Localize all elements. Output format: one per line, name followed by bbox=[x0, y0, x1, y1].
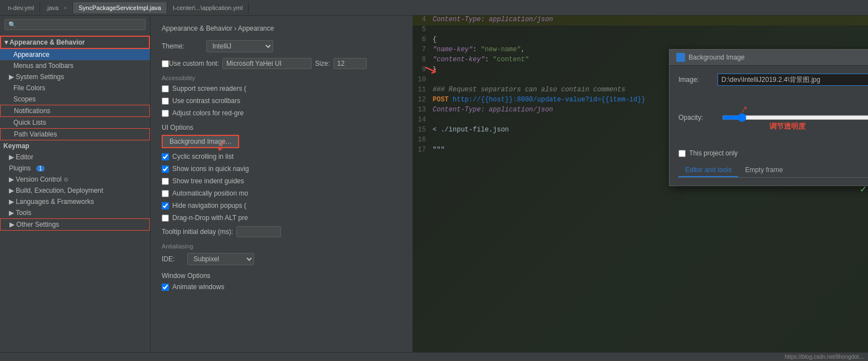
bg-dialog-body: Image: ... Opacity: ▲ ▼ bbox=[670, 66, 868, 186]
tab-dev-yml[interactable]: n-dev.yml bbox=[2, 2, 40, 13]
main-layout: ▾ Appearance & Behavior Appearance Menus… bbox=[0, 16, 868, 352]
tooltip-label: Tooltip initial delay (ms): bbox=[162, 228, 233, 236]
bg-opacity-label: Opacity: bbox=[678, 114, 717, 121]
settings-tree: ▾ Appearance & Behavior Appearance Menus… bbox=[0, 33, 150, 352]
sidebar-item-other-settings[interactable]: ▶ Other Settings bbox=[0, 218, 150, 231]
bg-image-row: Image: ... bbox=[678, 74, 868, 86]
sidebar-item-build-execution[interactable]: ▶ Build, Execution, Deployment bbox=[0, 185, 150, 196]
ui-options-title: UI Options bbox=[162, 124, 401, 131]
tab-application[interactable]: t-center\...\application.yml bbox=[167, 2, 249, 13]
contrast-scrollbars-checkbox[interactable] bbox=[162, 97, 169, 105]
expand-arrow: ▶ bbox=[9, 187, 14, 194]
settings-content: Appearance & Behavior › Appearance Theme… bbox=[151, 16, 413, 352]
sidebar-item-path-variables[interactable]: Path Variables bbox=[0, 128, 150, 140]
adjust-colors-row: Adjust colors for red-gre bbox=[162, 109, 401, 117]
sidebar-item-notifications[interactable]: Notifications bbox=[0, 105, 150, 117]
breadcrumb: Appearance & Behavior › Appearance bbox=[162, 25, 401, 32]
ide-antialiasing-row: IDE: Subpixel bbox=[162, 253, 401, 265]
expand-arrow: ▶ bbox=[9, 153, 14, 161]
tab-bar: n-dev.yml .java × SyncPackageServiceImpl… bbox=[0, 0, 868, 16]
this-project-only-label: This project only bbox=[689, 149, 738, 157]
settings-panel: ▾ Appearance & Behavior Appearance Menus… bbox=[0, 16, 151, 352]
sidebar-item-quick-lists[interactable]: Quick Lists bbox=[0, 117, 150, 128]
size-label: Size: bbox=[315, 60, 330, 67]
background-image-dialog: Background Image ✕ Image: ... Opacity: bbox=[669, 49, 868, 186]
bg-dialog-tabs: Editor and tools Empty frame bbox=[678, 164, 868, 178]
sidebar-item-scopes[interactable]: Scopes bbox=[0, 94, 150, 105]
ide-label: IDE: bbox=[162, 255, 184, 263]
this-project-only-checkbox[interactable] bbox=[678, 150, 686, 157]
bg-path-input[interactable] bbox=[717, 74, 868, 86]
theme-label: Theme: bbox=[162, 42, 206, 50]
window-options-title: Window Options bbox=[162, 272, 401, 280]
bg-tab-editor[interactable]: Editor and tools bbox=[678, 164, 738, 177]
screen-readers-row: Support screen readers ( bbox=[162, 85, 401, 92]
this-project-only-row: This project only bbox=[678, 149, 868, 157]
app-window: n-dev.yml .java × SyncPackageServiceImpl… bbox=[0, 0, 868, 361]
show-icons-row: Show icons in quick navig bbox=[162, 165, 401, 173]
hide-nav-popups-checkbox[interactable] bbox=[162, 202, 169, 209]
settings-search-container bbox=[0, 16, 150, 33]
theme-row: Theme: IntelliJ bbox=[162, 40, 401, 52]
drag-drop-row: Drag-n-Drop with ALT pre bbox=[162, 214, 401, 222]
bg-tab-empty-frame[interactable]: Empty frame bbox=[738, 164, 789, 177]
screen-readers-checkbox[interactable] bbox=[162, 85, 169, 92]
tab-sync[interactable]: SyncPackageServiceImpl.java bbox=[73, 2, 167, 13]
antialiasing-title: Antialiasing bbox=[162, 243, 401, 250]
custom-font-label: Use custom font: bbox=[169, 60, 219, 67]
show-tree-indent-checkbox[interactable] bbox=[162, 178, 169, 185]
sidebar-item-languages-frameworks[interactable]: ▶ Languages & Frameworks bbox=[0, 196, 150, 207]
bg-dialog-title-bar: Background Image ✕ bbox=[670, 50, 868, 66]
size-input[interactable] bbox=[333, 58, 367, 69]
bg-image-btn-container: Background Image... bbox=[162, 135, 401, 148]
sidebar-item-system-settings[interactable]: ▶ System Settings bbox=[0, 71, 150, 82]
theme-select[interactable]: IntelliJ bbox=[206, 40, 273, 52]
expand-arrow: ▶ bbox=[9, 73, 14, 81]
ide-antialiasing-select[interactable]: Subpixel bbox=[187, 253, 254, 265]
custom-font-checkbox[interactable] bbox=[162, 60, 169, 67]
bg-opacity-slider[interactable] bbox=[722, 113, 868, 122]
sidebar-item-file-colors[interactable]: File Colors bbox=[0, 82, 150, 94]
dialog-icon bbox=[676, 53, 685, 62]
code-line-5: 5 bbox=[413, 26, 868, 36]
expand-arrow: ▶ bbox=[9, 209, 14, 217]
sidebar-item-plugins[interactable]: Plugins 1 bbox=[0, 163, 150, 174]
font-input[interactable] bbox=[222, 58, 312, 69]
background-image-button[interactable]: Background Image... bbox=[162, 135, 239, 148]
plugins-badge: 1 bbox=[36, 165, 45, 172]
adjust-colors-checkbox[interactable] bbox=[162, 110, 169, 117]
close-icon[interactable]: × bbox=[64, 5, 67, 11]
sidebar-item-menus-toolbars[interactable]: Menus and Toolbars bbox=[0, 60, 150, 71]
code-line-4: 4 Content-Type: application/json bbox=[413, 16, 868, 26]
code-line-6: 6 { bbox=[413, 36, 868, 46]
settings-search-input[interactable] bbox=[4, 19, 146, 30]
show-icons-checkbox[interactable] bbox=[162, 165, 169, 173]
tooltip-row: Tooltip initial delay (ms): bbox=[162, 226, 401, 237]
contrast-scrollbars-row: Use contrast scrollbars bbox=[162, 97, 401, 105]
sidebar-item-tools[interactable]: ▶ Tools bbox=[0, 207, 150, 218]
sidebar-item-editor[interactable]: ▶ Editor bbox=[0, 152, 150, 163]
animate-windows-checkbox[interactable] bbox=[162, 284, 169, 291]
bg-image-label: Image: bbox=[678, 76, 717, 84]
cyclic-scrolling-row: Cyclic scrolling in list bbox=[162, 153, 401, 160]
bottom-url: https://blog.csdn.net/lihongdot... bbox=[785, 354, 864, 360]
bottom-bar: https://blog.csdn.net/lihongdot... bbox=[0, 352, 868, 361]
show-tree-indent-row: Show tree indent guides bbox=[162, 177, 401, 185]
tooltip-input[interactable] bbox=[236, 226, 281, 237]
sidebar-item-appearance[interactable]: Appearance bbox=[0, 49, 150, 60]
font-row: Use custom font: Size: bbox=[162, 58, 401, 69]
version-control-icon: ⚙ bbox=[64, 177, 69, 183]
auto-position-checkbox[interactable] bbox=[162, 190, 169, 197]
sidebar-item-version-control[interactable]: ▶ Version Control ⚙ bbox=[0, 174, 150, 185]
drag-drop-checkbox[interactable] bbox=[162, 214, 169, 222]
expand-arrow: ▶ bbox=[9, 221, 14, 228]
sidebar-item-keymap[interactable]: Keymap bbox=[0, 140, 150, 152]
cyclic-scrolling-checkbox[interactable] bbox=[162, 153, 169, 160]
animate-windows-row: Animate windows bbox=[162, 283, 401, 291]
expand-arrow: ▾ bbox=[4, 38, 8, 46]
tab-java[interactable]: .java × bbox=[40, 2, 73, 13]
auto-position-row: Automatically position mo bbox=[162, 189, 401, 197]
sidebar-item-appearance-behavior[interactable]: ▾ Appearance & Behavior bbox=[0, 36, 150, 49]
bg-opacity-row: Opacity: ▲ ▼ ⇔ ≡ bbox=[678, 92, 868, 143]
accessibility-section-title: Accessibility bbox=[162, 75, 401, 81]
